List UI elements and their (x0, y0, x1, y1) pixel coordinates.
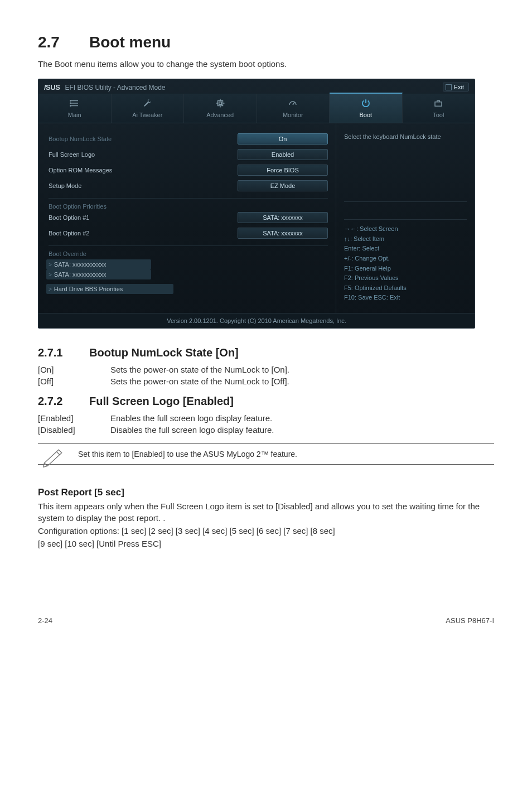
page-number: 2-24 (38, 616, 52, 625)
note-box: Set this item to [Enabled] to use the AS… (38, 443, 494, 465)
bios-tabs: Main Ai Tweaker Advanced Monitor Boot To… (38, 94, 475, 123)
setting-label: Boot Option #2 (49, 230, 238, 237)
override-item[interactable]: >SATA: xxxxxxxxxxx (46, 269, 151, 279)
exit-icon (446, 84, 452, 90)
override-label: SATA: xxxxxxxxxxx (54, 271, 107, 278)
subsection-271: 2.7.1Bootup NumLock State [On] [On]Sets … (38, 346, 494, 387)
subsection-number: 2.7.2 (38, 395, 89, 408)
setting-row[interactable]: Setup Mode EZ Mode (49, 180, 328, 191)
body-paragraph: [9 sec] [10 sec] [Until Press ESC] (38, 538, 494, 549)
product-name: ASUS P8H67-I (446, 616, 494, 625)
exit-button[interactable]: Exit (443, 83, 469, 91)
bios-titlebar: /SUS EFI BIOS Utility - Advanced Mode Ex… (38, 79, 475, 93)
subsection-heading: 2.7.1Bootup NumLock State [On] (38, 346, 494, 359)
svg-rect-7 (219, 102, 222, 105)
page-footer: 2-24 ASUS P8H67-I (38, 616, 494, 625)
setting-row[interactable]: Boot Option #2 SATA: xxxxxxx (49, 228, 328, 239)
subsection-heading: 2.7.2Full Screen Logo [Enabled] (38, 395, 494, 408)
option-key: [Disabled] (38, 424, 110, 436)
tab-label: Main (68, 112, 81, 118)
note-text: Set this item to [Enabled] to use the AS… (78, 450, 297, 459)
setting-row[interactable]: Boot Option #1 SATA: xxxxxxx (49, 212, 328, 223)
option-key: [Off] (38, 375, 110, 387)
hdd-bbs-label: Hard Drive BBS Priorities (54, 286, 123, 292)
body-paragraph: Configuration options: [1 sec] [2 sec] [… (38, 525, 494, 537)
option-key: [Enabled] (38, 412, 110, 424)
body-paragraph: This item appears only when the Full Scr… (38, 500, 494, 524)
bios-screenshot: /SUS EFI BIOS Utility - Advanced Mode Ex… (38, 79, 475, 329)
override-item[interactable]: >SATA: xxxxxxxxxxx (46, 259, 151, 269)
hint-line: F1: General Help (344, 264, 467, 274)
tab-ai-tweaker[interactable]: Ai Tweaker (112, 94, 185, 123)
tab-boot[interactable]: Boot (330, 93, 403, 123)
bios-title: EFI BIOS Utility - Advanced Mode (65, 84, 165, 91)
option-value: Disables the full screen logo display fe… (110, 424, 274, 436)
tab-advanced[interactable]: Advanced (184, 94, 257, 123)
tab-label: Tool (433, 112, 444, 118)
setting-row[interactable]: Option ROM Messages Force BIOS (49, 165, 328, 176)
lead-paragraph: The Boot menu items allow you to change … (38, 59, 494, 69)
option-value: Sets the power-on state of the NumLock t… (110, 364, 289, 375)
setting-value[interactable]: On (238, 133, 328, 144)
help-text: Select the keyboard NumLock state (344, 133, 467, 202)
hint-line: Enter: Select (344, 244, 467, 254)
list-icon (38, 98, 111, 108)
wrench-icon (112, 98, 184, 108)
boot-override-heading: Boot Override (49, 245, 328, 257)
svg-point-5 (70, 105, 71, 107)
subsection-title: Full Screen Logo [Enabled] (89, 395, 234, 407)
subsection-272: 2.7.2Full Screen Logo [Enabled] [Enabled… (38, 395, 494, 436)
svg-line-12 (293, 103, 294, 105)
tab-label: Advanced (206, 112, 234, 118)
key-hints: →←: Select Screen ↑↓: Select Item Enter:… (344, 219, 467, 303)
tab-monitor[interactable]: Monitor (257, 94, 330, 123)
power-icon (330, 98, 402, 108)
setting-row[interactable]: Bootup NumLock State On (49, 133, 328, 144)
setting-label: Full Screen Logo (49, 151, 238, 158)
toolbox-icon (403, 98, 475, 108)
section-heading: 2.7Boot menu (38, 33, 494, 51)
chevron-right-icon: > (49, 286, 52, 292)
svg-rect-13 (435, 102, 442, 107)
setting-value[interactable]: SATA: xxxxxxx (238, 212, 328, 223)
setting-value[interactable]: Force BIOS (238, 165, 328, 176)
exit-label: Exit (454, 84, 464, 90)
hint-line: F2: Previous Values (344, 273, 467, 283)
svg-rect-6 (217, 101, 223, 106)
bios-footer: Version 2.00.1201. Copyright (C) 2010 Am… (38, 313, 475, 328)
subsection-title: Bootup NumLock State [On] (89, 346, 239, 359)
tab-tool[interactable]: Tool (403, 94, 475, 123)
svg-point-3 (70, 100, 71, 102)
setting-label: Boot Option #1 (49, 214, 238, 221)
setting-label: Option ROM Messages (49, 167, 238, 173)
gauge-icon (257, 98, 330, 108)
tab-label: Ai Tweaker (132, 112, 162, 118)
post-report-heading: Post Report [5 sec] (38, 487, 494, 498)
chevron-right-icon: > (49, 262, 52, 268)
option-table: [On]Sets the power-on state of the NumLo… (38, 364, 289, 387)
hint-line: ↑↓: Select Item (344, 234, 467, 244)
tab-label: Monitor (283, 112, 303, 118)
pencil-icon (41, 446, 66, 467)
chip-icon (184, 98, 257, 108)
option-key: [On] (38, 364, 110, 375)
option-value: Enables the full screen logo display fea… (110, 412, 274, 424)
option-value: Sets the power-on state of the NumLock t… (110, 375, 289, 387)
hint-line: F10: Save ESC: Exit (344, 293, 467, 303)
chevron-right-icon: > (49, 272, 52, 278)
boot-priorities-heading: Boot Option Priorities (49, 198, 328, 210)
section-title: Boot menu (89, 33, 171, 51)
svg-point-4 (70, 103, 71, 104)
hdd-bbs-item[interactable]: >Hard Drive BBS Priorities (46, 284, 173, 294)
override-label: SATA: xxxxxxxxxxx (54, 261, 107, 268)
hint-line: →←: Select Screen (344, 224, 467, 234)
tab-main[interactable]: Main (38, 94, 112, 123)
setting-value[interactable]: Enabled (238, 149, 328, 160)
subsection-number: 2.7.1 (38, 346, 89, 359)
setting-value[interactable]: SATA: xxxxxxx (238, 228, 328, 239)
setting-row[interactable]: Full Screen Logo Enabled (49, 149, 328, 160)
setting-label: Setup Mode (49, 182, 238, 189)
hint-line: F5: Optimized Defaults (344, 283, 467, 293)
setting-value[interactable]: EZ Mode (238, 180, 328, 191)
hint-line: +/-: Change Opt. (344, 254, 467, 264)
